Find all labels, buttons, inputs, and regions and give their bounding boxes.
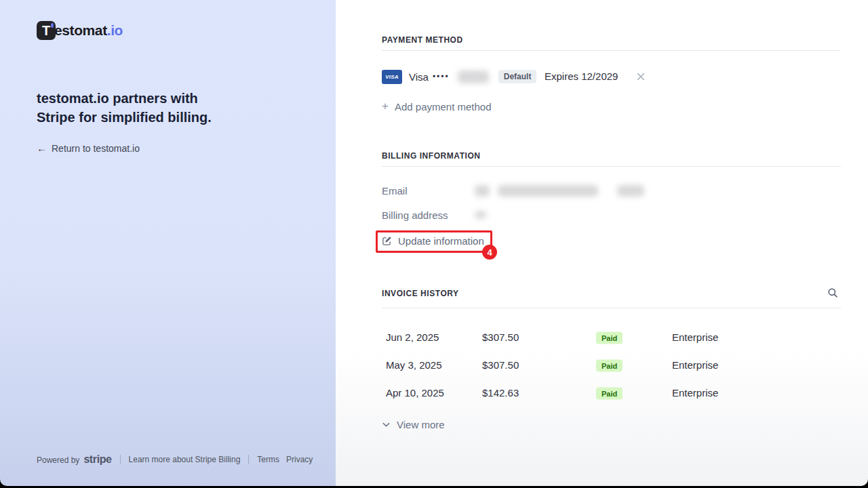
default-badge: Default xyxy=(498,70,537,83)
sidebar: T estomat.io testomat.io partners with S… xyxy=(0,0,336,486)
annotation-step-badge: 4 xyxy=(482,245,497,260)
billing-main-panel: PAYMENT METHOD VISA Visa •••• Default Ex… xyxy=(336,0,868,486)
email-row: Email xyxy=(382,184,841,197)
add-payment-method-label: Add payment method xyxy=(395,101,492,113)
invoice-history-title: INVOICE HISTORY xyxy=(382,289,459,298)
visa-card-icon: VISA xyxy=(382,70,402,84)
invoice-date: Jun 2, 2025 xyxy=(386,331,439,342)
invoice-status-cell: Paid xyxy=(596,331,623,342)
redacted-blob xyxy=(617,185,644,197)
redacted-email-value xyxy=(475,185,644,197)
search-invoices-button[interactable] xyxy=(827,287,840,300)
update-information-button[interactable]: Update information xyxy=(382,235,484,247)
invoice-row[interactable]: Apr 10, 2025 $142.63 Paid Enterprise xyxy=(382,378,841,406)
powered-by-label: Powered by xyxy=(37,455,79,465)
stripe-logo: stripe xyxy=(83,453,111,466)
logo-letter: T xyxy=(42,23,50,39)
learn-more-link[interactable]: Learn more about Stripe Billing xyxy=(129,455,241,464)
invoice-row[interactable]: Jun 2, 2025 $307.50 Paid Enterprise xyxy=(382,323,841,350)
invoice-date: Apr 10, 2025 xyxy=(386,386,444,398)
invoice-date: May 3, 2025 xyxy=(386,359,442,370)
redacted-address-value xyxy=(475,211,486,219)
terms-link[interactable]: Terms xyxy=(257,455,279,464)
view-more-button[interactable]: View more xyxy=(382,419,445,430)
payment-method-title: PAYMENT METHOD xyxy=(382,35,463,45)
logo-wordmark: estomat.io xyxy=(54,22,123,39)
billing-portal-window: T estomat.io testomat.io partners with S… xyxy=(0,0,868,486)
invoice-amount: $307.50 xyxy=(482,331,519,342)
card-number-dots: •••• xyxy=(433,72,450,81)
view-more-label: View more xyxy=(397,419,445,430)
logo-name: estomat xyxy=(54,22,107,38)
search-icon xyxy=(827,287,838,298)
logo-apostrophe-icon xyxy=(51,23,54,28)
section-divider xyxy=(382,166,841,167)
testomat-logo[interactable]: T estomat.io xyxy=(37,21,123,40)
paid-badge: Paid xyxy=(596,331,623,344)
redacted-blob xyxy=(498,185,598,197)
logo-tld: .io xyxy=(107,22,123,38)
edit-icon xyxy=(382,236,392,246)
partner-tagline: testomat.io partners with Stripe for sim… xyxy=(37,89,226,127)
card-brand-label: Visa xyxy=(409,71,429,83)
section-divider xyxy=(382,50,841,51)
return-link-label: Return to testomat.io xyxy=(52,143,140,154)
billing-address-row: Billing address xyxy=(382,209,841,220)
update-information-label: Update information xyxy=(398,235,484,247)
card-expiry-label: Expires 12/2029 xyxy=(545,70,618,82)
chevron-down-icon xyxy=(382,420,391,429)
redacted-card-last4 xyxy=(458,70,489,83)
invoice-status-cell: Paid xyxy=(596,386,623,398)
arrow-left-icon: ← xyxy=(37,142,47,154)
redacted-blob xyxy=(475,185,490,197)
powered-by-stripe-link[interactable]: Powered by stripe xyxy=(37,453,112,466)
billing-information-title: BILLING INFORMATION xyxy=(382,151,481,161)
invoice-amount: $142.63 xyxy=(482,386,519,398)
invoice-status-cell: Paid xyxy=(596,359,623,370)
privacy-link[interactable]: Privacy xyxy=(286,455,313,464)
invoice-plan: Enterprise xyxy=(672,331,718,342)
footer-divider xyxy=(248,455,249,464)
testomat-logo-icon: T xyxy=(37,21,56,40)
payment-card-row: VISA Visa •••• Default Expires 12/2029 xyxy=(382,68,841,85)
invoice-table: Jun 2, 2025 $307.50 Paid Enterprise May … xyxy=(382,323,841,406)
sidebar-footer: Powered by stripe Learn more about Strip… xyxy=(37,453,313,466)
visa-badge-label: VISA xyxy=(385,74,398,80)
paid-badge: Paid xyxy=(596,359,623,371)
invoice-amount: $307.50 xyxy=(482,359,519,370)
invoice-row[interactable]: May 3, 2025 $307.50 Paid Enterprise xyxy=(382,350,841,378)
close-icon xyxy=(636,72,646,81)
footer-divider xyxy=(120,455,121,464)
section-divider xyxy=(382,308,841,308)
plus-icon: + xyxy=(382,100,389,113)
card-summary: VISA Visa •••• Default xyxy=(382,68,536,85)
paid-badge: Paid xyxy=(596,387,623,399)
invoice-plan: Enterprise xyxy=(672,386,718,398)
annotation-step-number: 4 xyxy=(487,247,492,258)
return-link[interactable]: ← Return to testomat.io xyxy=(37,142,140,154)
invoice-plan: Enterprise xyxy=(672,359,718,370)
remove-card-button[interactable] xyxy=(634,70,648,83)
billing-address-label: Billing address xyxy=(382,209,475,221)
add-payment-method-button[interactable]: + Add payment method xyxy=(382,100,492,113)
email-label: Email xyxy=(382,185,475,197)
